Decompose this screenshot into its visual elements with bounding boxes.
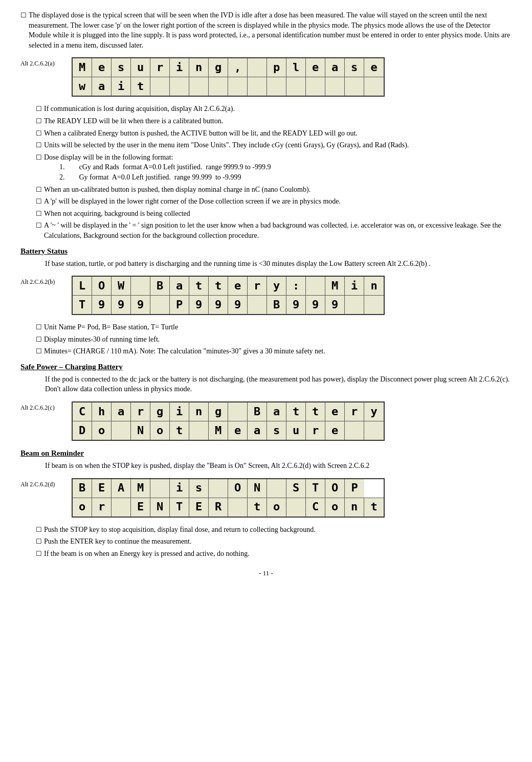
lcd-cell: e	[325, 421, 345, 440]
lcd-cell: u	[286, 421, 306, 440]
bullet-square: ☐	[36, 185, 44, 195]
bullet-square: ☐	[36, 323, 44, 332]
lcd-cell: T	[306, 479, 325, 498]
lcd-cell: e	[325, 402, 345, 421]
bullet-square: ☐	[36, 221, 44, 240]
lcd-cell: i	[170, 58, 189, 77]
lcd-cell	[364, 77, 384, 96]
lcd-cell: 9	[112, 296, 131, 314]
bullet-square: ☐	[36, 335, 44, 345]
alt-2c62c-container: Alt 2.C.6.2(c) C h a r g i n g B a t t e…	[20, 401, 512, 441]
lcd-cell	[325, 77, 345, 96]
lcd-cell: t	[306, 402, 325, 421]
lcd-cell: B	[73, 479, 92, 498]
lcd-cell: 9	[286, 296, 306, 314]
battery-bullet-0: ☐ Unit Name P= Pod, B= Base station, T= …	[36, 322, 512, 332]
lcd-cell: 9	[131, 296, 150, 314]
battery-bullet-text-0: Unit Name P= Pod, B= Base station, T= Tu…	[44, 322, 512, 332]
lcd-cell: s	[267, 421, 286, 440]
lcd-cell: o	[267, 498, 286, 517]
lcd-cell: D	[73, 421, 92, 440]
safe-power-section: Safe Power – Charging Battery If the pod…	[20, 362, 512, 394]
lcd-cell: N	[150, 498, 170, 517]
lcd-cell: E	[189, 498, 209, 517]
middle-bullet-text-0: If communication is lost during acquisit…	[44, 104, 512, 114]
lcd-cell	[189, 421, 209, 440]
battery-bullet-1: ☐ Display minutes-30 of running time lef…	[36, 334, 512, 345]
lcd-cell: 9	[92, 296, 112, 314]
bullet-square: ☐	[36, 525, 44, 535]
lcd-cell: t	[248, 498, 267, 517]
bullet-square: ☐	[36, 104, 44, 114]
middle-bullets-section: ☐ If communication is lost during acquis…	[36, 104, 512, 240]
lcd-cell: r	[345, 402, 364, 421]
lcd-cell: l	[286, 58, 306, 77]
lcd-cell: M	[325, 277, 345, 295]
lcd-cell	[364, 296, 384, 314]
battery-bullet-text-1: Display minutes-30 of running time left.	[44, 334, 512, 345]
alt-2c62c-label: Alt 2.C.6.2(c)	[20, 401, 66, 412]
lcd-cell: y	[364, 402, 384, 421]
lcd-cell: M	[73, 58, 92, 77]
lcd-cell: P	[170, 296, 189, 314]
lcd-cell	[170, 77, 189, 96]
middle-bullet-3: ☐ Units will be selected by the user in …	[36, 140, 512, 150]
lcd-d-row1: B E A M i s O N S T O P	[73, 479, 384, 498]
beam-reminder-text: If beam is on when the STOP key is pushe…	[45, 461, 512, 471]
lcd-cell: t	[170, 421, 189, 440]
lcd-cell: n	[189, 402, 209, 421]
safe-power-text: If the pod is connected to the dc jack o…	[45, 374, 512, 394]
lcd-d-row2: o r E N T E R t o C o n t	[73, 498, 384, 517]
lcd-cell: r	[92, 498, 112, 517]
lcd-cell: w	[73, 77, 92, 96]
lcd-cell: o	[92, 421, 112, 440]
lcd-cell	[267, 77, 286, 96]
beam-bullet-1: ☐ Push the ENTER key to continue the mea…	[36, 536, 512, 547]
lcd-cell: e	[228, 277, 248, 295]
lcd-cell: o	[150, 421, 170, 440]
top-bullet-text: The displayed dose is the typical screen…	[29, 10, 512, 50]
lcd-b-row1: L O W B a t t e r y : M i n	[73, 277, 384, 296]
beam-bullet-2: ☐ If the beam is on when an Energy key i…	[36, 549, 512, 559]
alt-2c62c-screen: C h a r g i n g B a t t e r y D o	[66, 401, 385, 441]
lcd-cell: r	[248, 277, 267, 295]
bullet-square: ☐	[20, 11, 29, 50]
lcd-cell	[364, 421, 384, 440]
lcd-cell: O	[228, 479, 248, 498]
lcd-cell: 9	[306, 296, 325, 314]
lcd-cell: N	[248, 479, 267, 498]
alt-2c62a-screen: M e s u r i n g , p l e a s e w a i	[66, 57, 385, 97]
page-number: - 11 -	[20, 569, 512, 578]
lcd-cell: R	[209, 498, 228, 517]
lcd-cell: B	[267, 296, 286, 314]
lcd-cell: a	[325, 58, 345, 77]
lcd-cell: 9	[209, 296, 228, 314]
lcd-cell: t	[209, 277, 228, 295]
lcd-cell	[228, 77, 248, 96]
lcd-cell: t	[189, 277, 209, 295]
lcd-cell: a	[92, 77, 112, 96]
lcd-cell: s	[345, 58, 364, 77]
bullet-square: ☐	[36, 141, 44, 150]
lcd-cell: B	[248, 402, 267, 421]
lcd-cell	[345, 296, 364, 314]
lcd-cell: ,	[228, 58, 248, 77]
middle-bullet-6: ☐ A 'p' will be displayed in the lower r…	[36, 196, 512, 207]
lcd-cell: C	[306, 498, 325, 517]
lcd-cell: T	[73, 296, 92, 314]
lcd-cell	[345, 421, 364, 440]
lcd-cell: t	[364, 498, 384, 517]
lcd-cell	[248, 77, 267, 96]
middle-bullet-text-8: A '~ ' will be displayed in the ' = ' si…	[44, 220, 512, 240]
lcd-cell	[286, 77, 306, 96]
top-section: ☐ The displayed dose is the typical scre…	[20, 10, 512, 50]
lcd-cell: W	[112, 277, 131, 295]
bullet-square: ☐	[36, 153, 44, 183]
lcd-cell: g	[209, 58, 228, 77]
lcd-a-row1: M e s u r i n g , p l e a s e	[73, 58, 384, 77]
middle-bullet-1: ☐ The READY LED will be lit when there i…	[36, 116, 512, 126]
lcd-cell: g	[150, 402, 170, 421]
middle-bullet-text-6: A 'p' will be displayed in the lower rig…	[44, 196, 512, 207]
lcd-cell: O	[92, 277, 112, 295]
lcd-cell	[112, 421, 131, 440]
